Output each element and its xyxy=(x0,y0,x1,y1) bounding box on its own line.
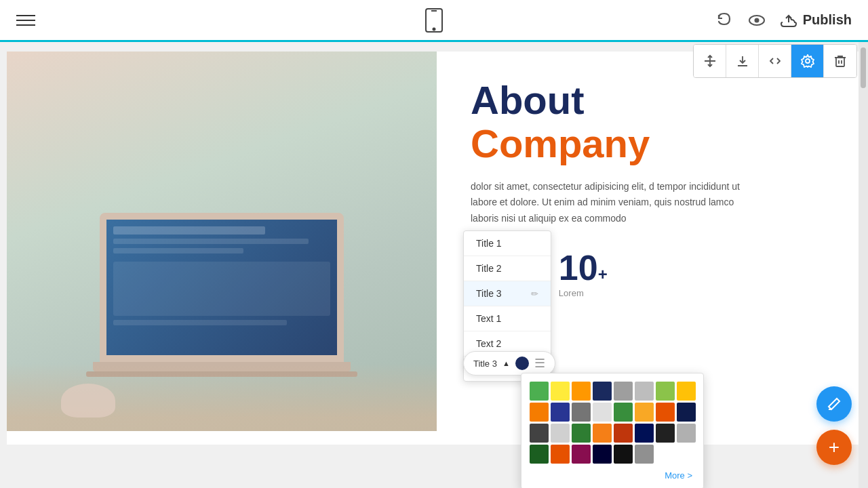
color-cell[interactable] xyxy=(551,445,570,464)
color-cell[interactable] xyxy=(572,382,591,401)
palette-more-button[interactable]: More > xyxy=(530,470,695,481)
color-cell[interactable] xyxy=(656,403,675,422)
color-cell[interactable] xyxy=(572,445,591,464)
toolbar-move-button[interactable] xyxy=(694,45,726,77)
color-cell[interactable] xyxy=(593,424,612,443)
dropdown-item-title1[interactable]: Title 1 xyxy=(464,231,551,256)
color-cell[interactable] xyxy=(635,445,654,464)
stat-2-label: Lorem xyxy=(559,288,608,298)
format-bar-label: Title 3 xyxy=(473,359,497,369)
color-cell[interactable] xyxy=(530,424,549,443)
color-cell[interactable] xyxy=(614,424,633,443)
preview-button[interactable] xyxy=(747,11,766,30)
stat-2-number: 10+ xyxy=(559,247,608,288)
toolbar-settings-button[interactable] xyxy=(791,45,824,77)
color-cell[interactable] xyxy=(677,403,696,422)
color-cell[interactable] xyxy=(635,424,654,443)
color-cell[interactable] xyxy=(677,382,696,401)
edit-icon: ✏ xyxy=(531,289,538,299)
align-icon[interactable]: ☰ xyxy=(534,356,545,371)
color-cell[interactable] xyxy=(635,382,654,401)
mobile-preview-button[interactable] xyxy=(425,7,443,33)
color-cell[interactable] xyxy=(530,403,549,422)
about-title-1: About xyxy=(471,79,827,122)
color-cell[interactable] xyxy=(530,382,549,401)
format-bar: Title 3 ▲ ☰ xyxy=(463,351,555,375)
color-cell[interactable] xyxy=(614,403,633,422)
fab-add-button[interactable]: + xyxy=(816,430,852,465)
undo-button[interactable] xyxy=(715,11,734,30)
color-cell[interactable] xyxy=(572,403,591,422)
color-cell[interactable] xyxy=(614,445,633,464)
dropdown-item-title2[interactable]: Title 2 xyxy=(464,256,551,281)
color-cell[interactable] xyxy=(551,424,570,443)
color-grid xyxy=(530,382,695,464)
fab-add-icon: + xyxy=(829,436,840,458)
publish-label: Publish xyxy=(803,12,852,28)
about-title-2: Company xyxy=(471,122,827,165)
color-cell[interactable] xyxy=(593,445,612,464)
color-cell[interactable] xyxy=(572,424,591,443)
stat-2: 10+ Lorem xyxy=(559,247,608,298)
color-cell[interactable] xyxy=(656,424,675,443)
color-dot[interactable] xyxy=(515,357,529,370)
color-cell[interactable] xyxy=(551,403,570,422)
svg-rect-10 xyxy=(836,58,844,66)
component-toolbar xyxy=(693,44,857,78)
color-palette: More > xyxy=(521,373,704,488)
about-image xyxy=(7,52,437,431)
hamburger-menu[interactable] xyxy=(16,15,35,26)
svg-point-1 xyxy=(433,28,435,30)
color-cell[interactable] xyxy=(677,424,696,443)
dropdown-item-text1[interactable]: Text 1 xyxy=(464,306,551,331)
topbar-center xyxy=(425,7,443,33)
about-body-text: dolor sit amet, consectetur adipisicing … xyxy=(471,179,755,227)
color-cell[interactable] xyxy=(593,403,612,422)
color-cell[interactable] xyxy=(551,382,570,401)
fab-edit-button[interactable] xyxy=(816,386,852,422)
color-cell[interactable] xyxy=(614,382,633,401)
scroll-thumb xyxy=(861,47,866,88)
svg-point-9 xyxy=(806,59,810,63)
color-cell[interactable] xyxy=(635,403,654,422)
scrollbar[interactable] xyxy=(859,42,868,488)
topbar-left xyxy=(16,15,35,26)
topbar-right: Publish xyxy=(715,11,852,30)
color-cell[interactable] xyxy=(656,382,675,401)
format-bar-arrow[interactable]: ▲ xyxy=(502,359,510,367)
toolbar-code-button[interactable] xyxy=(759,45,791,77)
toolbar-download-button[interactable] xyxy=(726,45,759,77)
svg-point-4 xyxy=(754,18,759,22)
topbar: Publish xyxy=(0,0,868,42)
about-section: About Company dolor sit amet, consectetu… xyxy=(7,52,861,445)
canvas: About Company dolor sit amet, consectetu… xyxy=(0,42,868,488)
color-cell[interactable] xyxy=(593,382,612,401)
publish-button[interactable]: Publish xyxy=(780,12,852,28)
color-cell[interactable] xyxy=(530,445,549,464)
dropdown-item-title3[interactable]: Title 3 ✏ xyxy=(464,281,551,306)
toolbar-delete-button[interactable] xyxy=(824,45,856,77)
